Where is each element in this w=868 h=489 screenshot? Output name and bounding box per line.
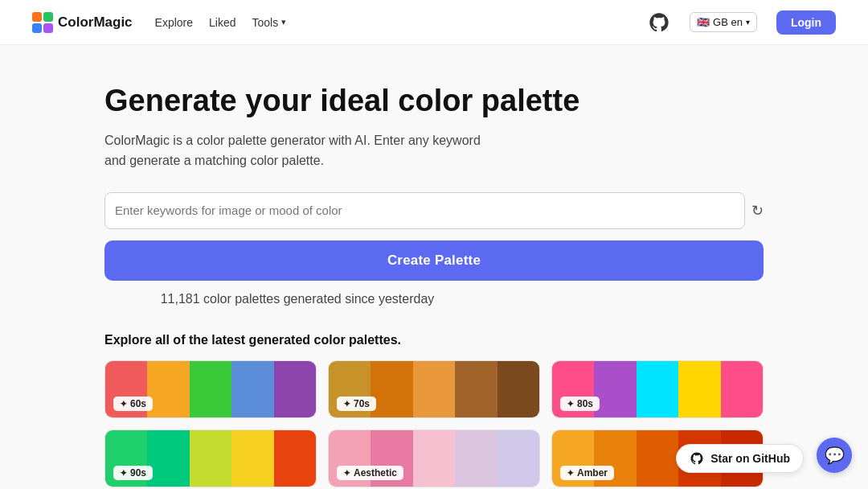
color-swatch	[497, 361, 539, 417]
hero-description: ColorMagic is a color palette generator …	[104, 130, 490, 171]
nav-explore[interactable]: Explore	[155, 16, 193, 29]
navbar: ColorMagic Explore Liked Tools ▾ 🇬🇧 GB e…	[0, 0, 868, 45]
palette-grid: ✦60s✦70s✦80s✦90s✦Aesthetic✦Amber✦Apricot…	[104, 360, 764, 489]
logo-icon	[32, 12, 53, 33]
color-swatch	[594, 361, 636, 417]
color-swatch	[231, 430, 273, 487]
flag-icon: 🇬🇧	[697, 16, 710, 28]
palette-label: ✦80s	[560, 397, 600, 411]
search-row: ↻	[104, 192, 764, 229]
search-input[interactable]	[115, 203, 735, 217]
nav-links: Explore Liked Tools ▾	[155, 16, 287, 29]
color-swatch	[497, 430, 539, 487]
color-swatch	[413, 430, 455, 487]
github-star-label: Star on GitHub	[710, 452, 790, 465]
palette-card[interactable]: ✦80s	[551, 360, 764, 418]
color-swatch	[231, 361, 273, 417]
palette-label-text: 90s	[130, 467, 146, 479]
chat-button[interactable]: 💬	[817, 438, 852, 473]
svg-rect-2	[32, 23, 42, 33]
palette-label-icon: ✦	[120, 399, 127, 409]
color-swatch	[147, 361, 189, 417]
hero-title: Generate your ideal color palette	[104, 84, 764, 119]
color-swatch	[190, 361, 231, 417]
palette-label-icon: ✦	[567, 468, 574, 479]
color-swatch	[721, 361, 763, 417]
color-swatch	[637, 430, 678, 487]
svg-rect-1	[43, 12, 53, 22]
color-swatch	[274, 361, 316, 417]
nav-liked[interactable]: Liked	[209, 16, 235, 29]
palette-label: ✦90s	[113, 466, 153, 480]
palette-card[interactable]: ✦70s	[328, 360, 540, 418]
refresh-icon[interactable]: ↻	[751, 202, 764, 220]
login-button[interactable]: Login	[776, 10, 836, 35]
palette-label-text: 80s	[577, 398, 593, 409]
palette-label-text: Aesthetic	[354, 467, 397, 479]
brand-name: ColorMagic	[58, 14, 133, 31]
palette-label: ✦Aesthetic	[337, 466, 403, 480]
lang-selector[interactable]: 🇬🇧 GB en ▾	[690, 12, 757, 32]
palette-label-icon: ✦	[120, 468, 127, 479]
nav-tools-label: Tools	[252, 16, 279, 29]
github-star-button[interactable]: Star on GitHub	[676, 444, 804, 473]
color-swatch	[413, 361, 455, 417]
palette-label-icon: ✦	[567, 399, 574, 409]
palette-label-text: 60s	[130, 398, 146, 409]
palette-label-text: 70s	[354, 398, 370, 409]
section-title: Explore all of the latest generated colo…	[104, 333, 764, 347]
stats-text: 11,181 color palettes generated since ye…	[104, 289, 490, 310]
create-palette-button[interactable]: Create Palette	[104, 240, 764, 281]
nav-tools-menu[interactable]: Tools ▾	[252, 16, 287, 29]
search-input-wrap	[104, 192, 745, 229]
explore-section: Explore all of the latest generated colo…	[88, 333, 780, 489]
github-small-icon	[690, 451, 704, 466]
palette-label: ✦60s	[113, 397, 153, 411]
logo[interactable]: ColorMagic	[32, 12, 133, 33]
palette-card[interactable]: ✦90s	[104, 429, 317, 487]
color-swatch	[455, 430, 497, 487]
color-swatch	[678, 361, 720, 417]
color-swatch	[147, 430, 189, 487]
hero-section: Generate your ideal color palette ColorM…	[88, 45, 780, 309]
chevron-down-icon: ▾	[746, 18, 750, 27]
palette-label-text: Amber	[577, 467, 608, 479]
color-swatch	[371, 361, 412, 417]
color-swatch	[190, 430, 231, 487]
chat-icon: 💬	[825, 446, 845, 465]
palette-label: ✦70s	[337, 397, 376, 411]
lang-label: GB en	[713, 16, 743, 28]
palette-label-icon: ✦	[343, 399, 350, 409]
svg-rect-3	[43, 23, 53, 33]
color-swatch	[455, 361, 497, 417]
palette-card[interactable]: ✦60s	[104, 360, 317, 418]
github-icon[interactable]	[648, 11, 670, 34]
palette-label: ✦Amber	[560, 466, 614, 480]
color-swatch	[274, 430, 316, 487]
palette-card[interactable]: ✦Aesthetic	[328, 429, 540, 487]
color-swatch	[637, 361, 678, 417]
svg-rect-0	[32, 12, 42, 22]
palette-label-icon: ✦	[343, 468, 350, 479]
chevron-down-icon: ▾	[281, 17, 286, 27]
